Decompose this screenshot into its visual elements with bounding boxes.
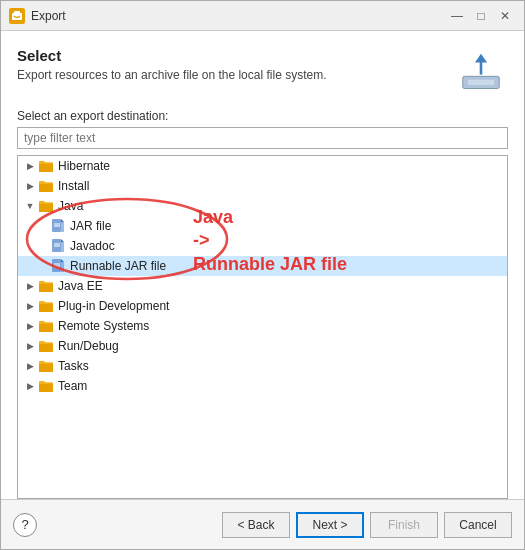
help-button[interactable]: ? — [13, 513, 37, 537]
expand-icon-run-debug[interactable] — [22, 338, 38, 354]
svg-marker-12 — [61, 239, 64, 242]
bottom-right: < Back Next > Finish Cancel — [222, 512, 512, 538]
folder-icon-plugin-dev — [38, 298, 58, 314]
title-controls: — □ ✕ — [446, 5, 516, 27]
tree-label-remote-systems: Remote Systems — [58, 319, 149, 333]
tree-item-java-ee[interactable]: Java EE — [18, 276, 507, 296]
svg-rect-8 — [61, 222, 64, 232]
tree-item-tasks[interactable]: Tasks — [18, 356, 507, 376]
svg-marker-7 — [61, 219, 64, 222]
svg-rect-1 — [14, 11, 20, 14]
tree-label-javadoc: Javadoc — [70, 239, 115, 253]
svg-rect-13 — [61, 242, 64, 252]
tree-label-java-ee: Java EE — [58, 279, 103, 293]
tree-label-java: Java — [58, 199, 83, 213]
tree-item-remote-systems[interactable]: Remote Systems — [18, 316, 507, 336]
tree-label-install: Install — [58, 179, 89, 193]
header-left: Select Export resources to an archive fi… — [17, 47, 326, 82]
window-title: Export — [31, 9, 66, 23]
tree-item-install[interactable]: Install — [18, 176, 507, 196]
tree-label-tasks: Tasks — [58, 359, 89, 373]
file-icon-runnable-jar — [50, 258, 70, 274]
next-button[interactable]: Next > — [296, 512, 364, 538]
bottom-bar: ? < Back Next > Finish Cancel — [1, 499, 524, 549]
expand-icon-install[interactable] — [22, 178, 38, 194]
content-area: Select Export resources to an archive fi… — [1, 31, 524, 499]
tree-item-plugin-dev[interactable]: Plug-in Development — [18, 296, 507, 316]
tree-item-runnable-jar[interactable]: Runnable JAR file — [18, 256, 507, 276]
tree-area[interactable]: Hibernate Install Java JAR file Javadoc … — [17, 155, 508, 499]
tree-item-java[interactable]: Java — [18, 196, 507, 216]
filter-input[interactable] — [17, 127, 508, 149]
destination-label: Select an export destination: — [17, 109, 508, 123]
maximize-button[interactable]: □ — [470, 5, 492, 27]
folder-icon-remote-systems — [38, 318, 58, 334]
section-description: Export resources to an archive file on t… — [17, 68, 326, 82]
folder-icon-install — [38, 178, 58, 194]
svg-marker-17 — [61, 259, 64, 262]
app-icon — [9, 8, 25, 24]
close-button[interactable]: ✕ — [494, 5, 516, 27]
tree-item-run-debug[interactable]: Run/Debug — [18, 336, 507, 356]
tree-label-jar-file: JAR file — [70, 219, 111, 233]
expand-icon-hibernate[interactable] — [22, 158, 38, 174]
finish-button[interactable]: Finish — [370, 512, 438, 538]
expand-icon-java-ee[interactable] — [22, 278, 38, 294]
expand-icon-java[interactable] — [22, 198, 38, 214]
tree-label-runnable-jar: Runnable JAR file — [70, 259, 166, 273]
back-button[interactable]: < Back — [222, 512, 290, 538]
folder-icon-java — [38, 198, 58, 214]
header-section: Select Export resources to an archive fi… — [17, 47, 508, 97]
expand-icon-plugin-dev[interactable] — [22, 298, 38, 314]
title-bar: Export — □ ✕ — [1, 1, 524, 31]
cancel-button[interactable]: Cancel — [444, 512, 512, 538]
folder-icon-java-ee — [38, 278, 58, 294]
file-icon-javadoc — [50, 238, 70, 254]
svg-rect-18 — [61, 262, 64, 272]
expand-icon-remote-systems[interactable] — [22, 318, 38, 334]
export-icon — [459, 52, 503, 92]
tree-item-hibernate[interactable]: Hibernate — [18, 156, 507, 176]
svg-marker-5 — [475, 54, 487, 63]
tree-item-javadoc[interactable]: Javadoc — [18, 236, 507, 256]
tree-item-team[interactable]: Team — [18, 376, 507, 396]
tree-label-run-debug: Run/Debug — [58, 339, 119, 353]
tree-label-team: Team — [58, 379, 87, 393]
folder-icon-tasks — [38, 358, 58, 374]
folder-icon-team — [38, 378, 58, 394]
expand-icon-tasks[interactable] — [22, 358, 38, 374]
tree-item-jar-file[interactable]: JAR file — [18, 216, 507, 236]
export-dialog: Export — □ ✕ Select Export resources to … — [0, 0, 525, 550]
section-title: Select — [17, 47, 326, 64]
folder-icon-run-debug — [38, 338, 58, 354]
expand-icon-team[interactable] — [22, 378, 38, 394]
tree-label-plugin-dev: Plug-in Development — [58, 299, 169, 313]
svg-rect-3 — [468, 80, 494, 85]
bottom-left: ? — [13, 513, 37, 537]
file-icon-jar-file — [50, 218, 70, 234]
title-bar-left: Export — [9, 8, 66, 24]
folder-icon-hibernate — [38, 158, 58, 174]
export-icon-container — [454, 47, 508, 97]
minimize-button[interactable]: — — [446, 5, 468, 27]
tree-label-hibernate: Hibernate — [58, 159, 110, 173]
